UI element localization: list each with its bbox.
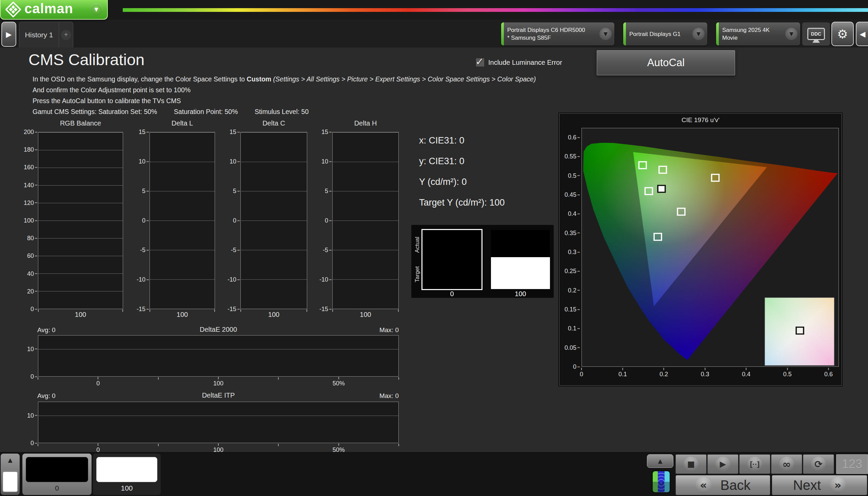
cie-chart-title: CIE 1976 u'v': [560, 117, 841, 124]
deltaeitp-max: Max: 0: [351, 392, 399, 400]
y-axis-delta-c: 151050-5-10-15: [216, 132, 240, 309]
axis-tick-label: 0: [573, 363, 576, 371]
axis-tick-label: 160: [24, 164, 34, 171]
chevron-down-icon[interactable]: ▼: [785, 28, 798, 40]
y-axis-deltaeitp: 100: [14, 402, 38, 443]
axis-tick-label: 140: [24, 182, 34, 189]
calman-logo-button[interactable]: calman ▼: [0, 0, 108, 20]
cie-horseshoe-diagram: [582, 128, 838, 367]
axis-tick-label: 0.1: [568, 325, 576, 332]
tab-history-1[interactable]: History 1: [19, 22, 59, 47]
ddc-control-button[interactable]: DDC: [802, 22, 830, 45]
axis-tick-label: 10: [139, 158, 145, 165]
axis-tick-label: 0.4: [742, 371, 750, 378]
axis-tick-mark: [278, 377, 279, 379]
white-point-marker: [658, 185, 665, 192]
chart-plot-rgb-balance: [38, 132, 123, 309]
compare-swatch-0: [422, 230, 481, 289]
deltae2000-max: Max: 0: [351, 326, 399, 334]
axis-tick-label: 0.25: [564, 268, 576, 275]
back-button[interactable]: « Back: [675, 475, 770, 495]
axis-tick-label: 0.3: [701, 371, 709, 378]
axis-tick-label: 0.4: [568, 210, 576, 217]
x-label-delta-c: 100: [240, 311, 307, 319]
display-dropdown[interactable]: Samsung 2025 4K Movie ▼: [716, 22, 800, 45]
axis-tick-label: -5: [231, 247, 236, 254]
chevron-left-icon: ◀: [860, 30, 866, 38]
play-button[interactable]: ▶: [707, 454, 738, 474]
pattern-window-expander[interactable]: ▲: [647, 454, 673, 468]
axis-tick-mark: [38, 377, 38, 379]
page-title: CMS Calibration: [29, 50, 144, 69]
x-axis-deltaeitp: 010050%: [38, 444, 399, 453]
gear-icon: ⚙: [837, 27, 848, 41]
add-tab-button[interactable]: +: [59, 22, 73, 47]
calman-app-window: calman ▼ ▶ History 1 + Portrait Displays…: [0, 0, 868, 496]
pattern-bar: ▲ 0 100 ▲ ■ ▶ [··] ∞ ⟳ 123 « Back Next »: [0, 452, 868, 496]
play-icon: ▶: [720, 459, 726, 469]
continuous-button[interactable]: ∞: [771, 454, 802, 474]
axis-tick-label: -5: [323, 247, 328, 254]
axis-tick-label: -15: [227, 306, 236, 313]
axis-tick-label: 0: [31, 306, 34, 313]
plus-icon: +: [61, 30, 71, 40]
instruction-line-1: In the OSD on the Samsung display, chang…: [33, 75, 536, 83]
axis-tick-label: -15: [319, 306, 328, 313]
ddc-monitor-icon: DDC: [807, 28, 825, 40]
y-axis-delta-l: 151050-5-10-15: [125, 132, 149, 309]
chevron-down-icon[interactable]: ▼: [692, 28, 705, 40]
pattern-tile-100[interactable]: 100: [93, 454, 161, 495]
axis-tick-label: 10: [321, 158, 328, 165]
cie-x-axis: 00.10.20.30.40.50.6: [581, 368, 839, 379]
chart-title-rgb-balance: RGB Balance: [38, 120, 123, 127]
source-dropdown[interactable]: Portrait Displays G1 ▼: [623, 22, 707, 45]
chart-title-delta-c: Delta C: [240, 120, 307, 127]
actual-swatch-100: [491, 230, 550, 257]
axis-tick-label: 40: [27, 270, 34, 277]
spectrum-strip: [123, 8, 868, 12]
axis-tick-label: 100: [24, 217, 34, 224]
source-connected-stripe: [623, 22, 626, 45]
axis-tick-label: 5: [142, 188, 145, 195]
meter-dropdown[interactable]: Portrait Displays C6 HDR5000 * Samsung S…: [501, 22, 614, 45]
compare-label-0: 0: [422, 290, 481, 298]
logo-dropdown-arrow[interactable]: ▼: [90, 3, 102, 16]
axis-tick-label: 0: [580, 371, 583, 378]
stop-button[interactable]: ■: [675, 454, 707, 474]
step-button[interactable]: [··]: [739, 454, 770, 474]
axis-tick-label: -10: [136, 276, 145, 283]
readout-luminance: Y (cd/m²): 0: [419, 172, 505, 192]
pattern-thumbnail[interactable]: [652, 470, 671, 493]
settings-button[interactable]: ⚙: [831, 22, 854, 46]
cie-chromaticity-plot: [581, 128, 839, 367]
next-button[interactable]: Next »: [772, 475, 867, 495]
loop-button[interactable]: ⟳: [803, 454, 834, 474]
axis-tick-label: 10: [229, 158, 236, 165]
pattern-list-expander[interactable]: ▲: [1, 454, 20, 495]
axis-tick-label: 180: [24, 146, 34, 153]
step-icon: [··]: [750, 460, 759, 468]
chart-title-deltaeitp: DeltaE ITP: [38, 391, 399, 399]
axis-tick-label: 60: [27, 252, 34, 260]
measurement-counter: 123: [836, 454, 868, 474]
axis-tick-label: 200: [24, 128, 34, 136]
target-swatch-0: [422, 260, 481, 289]
collapse-panel-button[interactable]: ◀: [856, 22, 868, 46]
axis-tick-mark: [38, 444, 38, 446]
history-flyout-button[interactable]: ▶: [1, 22, 16, 47]
pattern-tile-0[interactable]: 0: [22, 454, 92, 495]
include-luminance-checkbox[interactable]: ✓ Include Luminance Error: [476, 58, 562, 66]
chevron-down-icon[interactable]: ▼: [599, 28, 612, 40]
axis-tick-mark: [278, 444, 279, 446]
chart-title-delta-h: Delta H: [332, 120, 399, 127]
pattern-label-0: 0: [22, 484, 92, 492]
axis-tick-label: 15: [229, 128, 236, 136]
autocal-button[interactable]: AutoCal: [597, 50, 735, 75]
chart-plot-delta-c: [240, 132, 307, 309]
axis-tick-label: 5: [233, 188, 236, 195]
custom-pattern-swatch[interactable]: [2, 471, 18, 492]
axis-tick-label: -10: [319, 276, 328, 283]
actual-swatch-0: [422, 230, 481, 260]
meter-connected-stripe: [501, 22, 504, 45]
readout-x: x: CIE31: 0: [419, 130, 505, 151]
